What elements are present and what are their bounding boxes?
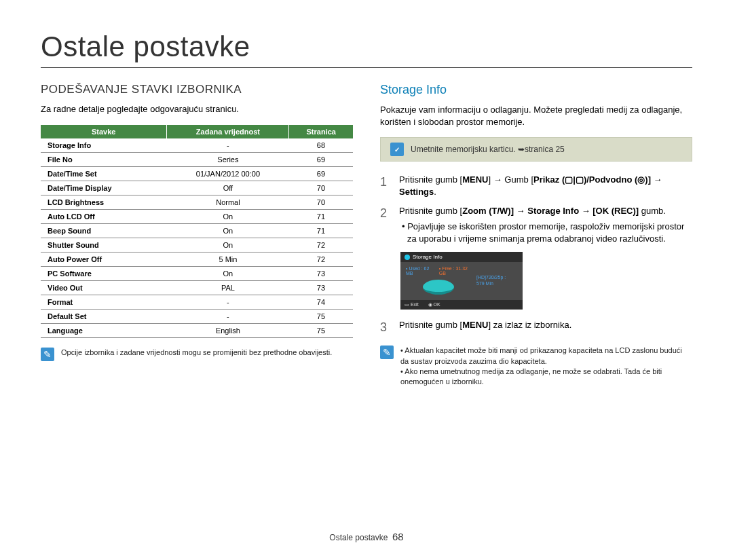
table-row: Auto Power Off5 Min72 xyxy=(41,252,353,266)
check-icon: ✓ xyxy=(390,143,404,156)
left-column: PODEŠAVANJE STAVKI IZBORNIKA Za radne de… xyxy=(41,83,353,388)
table-row: Date/Time DisplayOff70 xyxy=(41,181,353,195)
step-3-number: 3 xyxy=(380,319,390,336)
table-row: Beep SoundOn71 xyxy=(41,223,353,238)
step-3-body: Pritisnite gumb [MENU] za izlaz iz izbor… xyxy=(399,319,692,336)
table-row: Format-74 xyxy=(41,295,353,309)
left-note: Opcije izbornika i zadane vrijednosti mo… xyxy=(61,348,332,358)
table-row: Storage Info-68 xyxy=(41,138,353,153)
right-heading: Storage Info xyxy=(380,83,692,97)
th-page: Stranica xyxy=(289,125,353,138)
step-1-number: 1 xyxy=(380,174,390,198)
right-footnotes: • Aktualan kapacitet može biti manji od … xyxy=(400,346,692,388)
note-icon: ✎ xyxy=(380,346,394,359)
right-intro: Pokazuje vam informaciju o odlaganju. Mo… xyxy=(380,104,692,128)
callout-box: ✓ Umetnite memorijsku karticu. ➥stranica… xyxy=(380,137,692,162)
table-row: Default Set-75 xyxy=(41,309,353,323)
note-icon: ✎ xyxy=(41,348,54,361)
step-2-number: 2 xyxy=(380,205,390,245)
th-default: Zadana vrijednost xyxy=(167,125,289,138)
page-footer: Ostale postavke 68 xyxy=(0,531,733,542)
table-row: Date/Time Set01/JAN/2012 00:0069 xyxy=(41,166,353,181)
table-row: Auto LCD OffOn71 xyxy=(41,209,353,223)
table-row: File NoSeries69 xyxy=(41,152,353,166)
table-row: LanguageEnglish75 xyxy=(41,323,353,337)
disc-icon xyxy=(423,280,454,295)
table-row: Shutter SoundOn72 xyxy=(41,238,353,252)
settings-table: Stavke Zadana vrijednost Stranica Storag… xyxy=(41,125,353,338)
step-1-body: Pritisnite gumb [MENU] → Gumb [Prikaz (▢… xyxy=(399,174,692,198)
right-column: Storage Info Pokazuje vam informaciju o … xyxy=(380,83,692,388)
table-row: Video OutPAL73 xyxy=(41,280,353,295)
table-row: PC SoftwareOn73 xyxy=(41,266,353,280)
lcd-preview: Storage Info • Used : 62 MB• Free : 31.3… xyxy=(400,252,523,310)
th-stavke: Stavke xyxy=(41,125,167,138)
page-title: Ostale postavke xyxy=(41,31,692,68)
table-row: LCD BrightnessNormal70 xyxy=(41,195,353,209)
step-2-body: Pritisnite gumb [Zoom (T/W)] → Storage I… xyxy=(399,205,692,245)
callout-text: Umetnite memorijsku karticu. ➥stranica 2… xyxy=(411,145,565,154)
left-intro: Za radne detalje pogledajte odgovarajuću… xyxy=(41,103,353,115)
left-heading: PODEŠAVANJE STAVKI IZBORNIKA xyxy=(41,83,353,96)
